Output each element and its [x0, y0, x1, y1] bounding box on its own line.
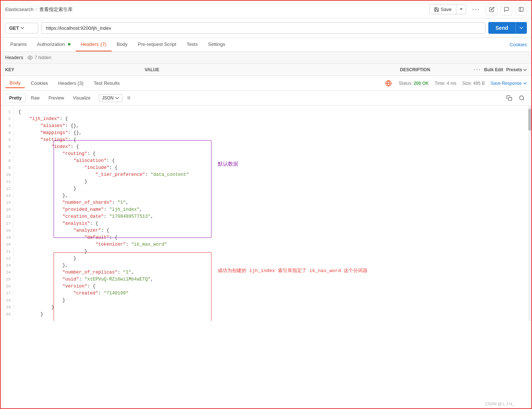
- svg-rect-5: [509, 97, 512, 101]
- format-pretty-button[interactable]: Pretty: [5, 94, 26, 102]
- time-info: Time: 4 ms: [435, 81, 456, 86]
- tab-params[interactable]: Params: [5, 38, 32, 51]
- resp-tab-cookies[interactable]: Cookies: [26, 79, 53, 88]
- globe-icon: [384, 79, 393, 88]
- send-button[interactable]: Send: [488, 22, 515, 34]
- copy-icon: [506, 95, 512, 101]
- response-info: Status: 200 OK Time: 4 ms Size: 495 B Sa…: [384, 79, 527, 88]
- cookies-link[interactable]: Cookies: [510, 38, 527, 51]
- breadcrumb-sep: /: [36, 7, 37, 12]
- format-raw-button[interactable]: Raw: [27, 94, 43, 102]
- svg-point-6: [520, 96, 524, 100]
- format-right-actions: [504, 93, 527, 103]
- annotation-label-red: 成功为创建的 ljh_index 索引库指定了 ik_nax_word 这个分词…: [218, 267, 368, 274]
- request-tabs-bar: Params Authorization Headers (7) Body Pr…: [1, 38, 531, 52]
- search-button[interactable]: [517, 93, 527, 103]
- send-chevron-icon: [520, 26, 523, 30]
- top-bar: Elasticsearch / 查看指定索引库 Save ···: [1, 1, 531, 18]
- hidden-badge: 7 hidden: [28, 55, 51, 60]
- scrollbar-thumb[interactable]: [528, 109, 531, 131]
- svg-line-7: [523, 99, 524, 100]
- top-bar-actions: Save ···: [429, 4, 527, 15]
- headers-label: Headers: [5, 55, 23, 60]
- pencil-icon: [489, 7, 495, 12]
- bulk-edit-button[interactable]: Bulk Edit: [484, 67, 503, 72]
- tab-prerequest[interactable]: Pre-request Script: [133, 38, 181, 51]
- search-icon: [519, 95, 525, 101]
- method-label: GET: [9, 25, 19, 31]
- code-container: 1234567891011121314151617181920212223242…: [1, 106, 531, 321]
- vertical-scrollbar[interactable]: [528, 106, 531, 321]
- desc-col-header: DESCRIPTION: [400, 67, 474, 72]
- tab-authorization[interactable]: Authorization: [32, 38, 76, 51]
- method-chevron-icon: [21, 26, 24, 30]
- copy-button[interactable]: [504, 93, 514, 103]
- method-select[interactable]: GET: [5, 23, 38, 33]
- resp-tab-test-results[interactable]: Test Results: [89, 79, 124, 88]
- breadcrumb: Elasticsearch / 查看指定索引库: [5, 6, 73, 13]
- resp-tab-body[interactable]: Body: [5, 78, 25, 88]
- format-toolbar: Pretty Raw Preview Visualize JSON ≡: [1, 91, 531, 106]
- code-area[interactable]: 1234567891011121314151617181920212223242…: [1, 106, 528, 321]
- more-options-button[interactable]: ···: [469, 4, 483, 15]
- presets-chevron-icon: [523, 68, 527, 72]
- layout-icon: [518, 7, 524, 12]
- svg-rect-0: [519, 7, 523, 11]
- tab-tests[interactable]: Tests: [181, 38, 203, 51]
- comment-icon: [504, 7, 509, 12]
- headers-section: Headers 7 hidden: [1, 52, 531, 64]
- tab-headers[interactable]: Headers (7): [76, 38, 112, 51]
- save-icon: [434, 7, 439, 12]
- resp-tab-headers[interactable]: Headers (3): [54, 79, 88, 88]
- save-button[interactable]: Save: [430, 5, 456, 14]
- status-badge: Status: 200 OK: [399, 81, 429, 86]
- value-col-header: VALUE: [145, 67, 400, 72]
- size-info: Size: 495 B: [462, 81, 485, 86]
- format-visualize-button[interactable]: Visualize: [69, 94, 94, 102]
- format-type-select[interactable]: JSON: [99, 94, 122, 102]
- save-response-button[interactable]: Save Response: [491, 81, 527, 86]
- save-group: Save: [429, 4, 466, 14]
- response-tabs-left: Body Cookies Headers (3) Test Results: [5, 78, 124, 88]
- table-actions: ··· Bulk Edit Presets: [474, 66, 527, 73]
- annotation-label-purple: 默认数据: [218, 161, 238, 167]
- tab-settings[interactable]: Settings: [203, 38, 230, 51]
- key-col-header: KEY: [5, 67, 145, 72]
- line-numbers: 1234567891011121314151617181920212223242…: [1, 106, 14, 321]
- response-tabs-bar: Body Cookies Headers (3) Test Results St…: [1, 76, 531, 91]
- watermark: CSDN @ L J H_: [485, 402, 514, 406]
- chevron-down-icon: [459, 7, 463, 11]
- send-group: Send: [488, 22, 527, 34]
- more-cols-button[interactable]: ···: [474, 66, 481, 73]
- auth-status-dot: [68, 43, 70, 46]
- save-dropdown-button[interactable]: [456, 5, 466, 14]
- format-chevron-icon: [115, 96, 119, 100]
- send-dropdown-button[interactable]: [515, 22, 527, 34]
- wrap-toggle-button[interactable]: ≡: [124, 93, 134, 103]
- table-header: KEY VALUE DESCRIPTION ··· Bulk Edit Pres…: [1, 64, 531, 76]
- sidebar-toggle-button[interactable]: [515, 4, 527, 15]
- code-content: { "ljh_index": { "aliases": {}, "mapping…: [14, 106, 528, 321]
- tab-body[interactable]: Body: [112, 38, 133, 51]
- edit-button[interactable]: [486, 4, 497, 15]
- comment-button[interactable]: [500, 4, 512, 15]
- svg-point-2: [29, 57, 31, 58]
- breadcrumb-title: 查看指定索引库: [39, 6, 73, 13]
- request-tabs-left: Params Authorization Headers (7) Body Pr…: [5, 38, 230, 51]
- url-bar: GET Send: [1, 18, 531, 38]
- eye-icon: [28, 55, 33, 60]
- save-response-chevron-icon: [523, 82, 527, 85]
- url-input[interactable]: [41, 22, 485, 34]
- code-content-wrapper: { "ljh_index": { "aliases": {}, "mapping…: [14, 106, 528, 321]
- breadcrumb-app: Elasticsearch: [5, 7, 33, 12]
- presets-button[interactable]: Presets: [506, 67, 527, 72]
- format-preview-button[interactable]: Preview: [45, 94, 68, 102]
- response-panel: Body Cookies Headers (3) Test Results St…: [1, 76, 531, 321]
